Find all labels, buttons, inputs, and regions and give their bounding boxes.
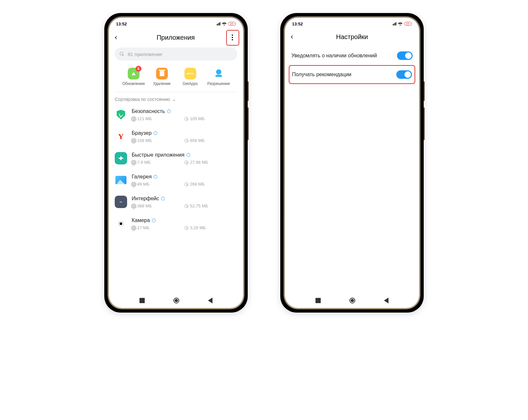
setting-notify-updates[interactable]: Уведомлять о наличии обновлений: [291, 46, 413, 65]
clock-icon: [184, 226, 188, 230]
nav-bar: [285, 293, 419, 308]
screen-left: 13:52 16 ‹ Приложения 81 приложение: [109, 18, 243, 308]
nav-recent-button[interactable]: [139, 298, 145, 303]
list-item[interactable]: Галерея 49 МБ 269 МБ: [115, 169, 237, 191]
status-time: 13:52: [292, 21, 303, 26]
svg-line-1: [123, 55, 124, 56]
svg-point-2: [216, 69, 221, 75]
getapps-icon: APPS: [184, 68, 196, 79]
app-icon-browser: Y: [115, 130, 127, 143]
action-chips: 5 Обновления Удаление APPS GetApps Разр: [115, 65, 237, 92]
search-input[interactable]: 81 приложение: [115, 48, 237, 61]
header: ‹ Настройки: [285, 28, 419, 44]
chevron-down-icon: ⌄: [172, 97, 176, 102]
spacer: [285, 87, 419, 293]
storage-icon: [132, 226, 136, 230]
permissions-icon: [213, 68, 225, 79]
wifi-icon: [398, 22, 403, 26]
chip-updates[interactable]: 5 Обновления: [121, 68, 147, 86]
nav-back-button[interactable]: [384, 298, 389, 303]
battery-icon: 15: [404, 22, 412, 26]
sort-label: Сортировка по состоянию: [115, 97, 170, 102]
list-item[interactable]: Камера 17 МБ 3,26 МБ: [115, 213, 237, 235]
back-button[interactable]: ‹: [115, 33, 124, 42]
storage-icon: [132, 182, 136, 186]
nav-recent-button[interactable]: [315, 298, 321, 303]
clock-icon: [184, 204, 188, 208]
list-item[interactable]: Y Браузер 156 МБ 656 МБ: [115, 126, 237, 147]
app-list: Безопасность 121 МБ 105 МБ Y Браузер 156…: [109, 104, 243, 293]
storage-icon: [132, 161, 136, 164]
svg-point-0: [120, 52, 123, 55]
clock-icon: [184, 161, 188, 164]
sort-dropdown[interactable]: Сортировка по состоянию ⌄: [109, 92, 243, 104]
clock-icon: [184, 117, 188, 121]
battery-icon: 16: [228, 22, 236, 26]
loading-icon: [186, 153, 190, 157]
chip-label: Удаление: [153, 81, 170, 86]
phone-left: 13:52 16 ‹ Приложения 81 приложение: [104, 13, 248, 313]
status-time: 13:52: [116, 21, 127, 26]
chip-label: Разрешения: [207, 81, 230, 86]
svg-rect-3: [215, 75, 222, 77]
settings-list: Уведомлять о наличии обновлений Получать…: [285, 44, 419, 87]
clock-icon: [184, 139, 188, 143]
list-item[interactable]: Быстрые приложения 7,9 МБ 27,98 МБ: [115, 147, 237, 169]
chip-permissions[interactable]: Разрешения: [206, 68, 232, 86]
clock-icon: [184, 182, 188, 186]
loading-icon: [154, 131, 157, 135]
status-right: 15: [393, 22, 412, 26]
list-item[interactable]: Безопасность 121 МБ 105 МБ: [115, 104, 237, 126]
storage-icon: [132, 204, 136, 208]
signal-icon: [217, 22, 220, 25]
bezel: 13:52 16 ‹ Приложения 81 приложение: [108, 16, 244, 309]
chip-uninstall[interactable]: Удаление: [149, 68, 175, 86]
setting-recommendations[interactable]: Получать рекомендации: [289, 65, 415, 84]
status-bar: 13:52 15: [285, 18, 419, 28]
page-title: Приложения: [124, 34, 227, 41]
signal-icon: [393, 22, 396, 25]
wifi-icon: [222, 22, 227, 26]
chip-getapps[interactable]: APPS GetApps: [177, 68, 203, 86]
chip-label: GetApps: [183, 81, 198, 86]
setting-label: Получать рекомендации: [292, 71, 396, 78]
app-icon-gallery: [115, 174, 127, 186]
nav-home-button[interactable]: [173, 298, 179, 303]
back-button[interactable]: ‹: [291, 33, 300, 41]
status-bar: 13:52 16: [109, 18, 243, 28]
storage-icon: [132, 117, 136, 121]
toggle-switch[interactable]: [396, 70, 412, 79]
search-placeholder: 81 приложение: [128, 51, 162, 57]
annotation-highlight: [226, 30, 239, 46]
trash-icon: [156, 68, 168, 79]
loading-icon: [161, 197, 165, 201]
status-right: 16: [217, 22, 236, 26]
header: ‹ Приложения: [109, 28, 243, 45]
app-icon-camera: [115, 217, 127, 230]
app-icon-security: [115, 108, 127, 121]
toggle-switch[interactable]: [397, 51, 413, 60]
app-icon-interface: ✂: [115, 196, 127, 208]
app-icon-quickapps: [115, 152, 127, 164]
update-icon: 5: [128, 68, 139, 79]
search-icon: [119, 51, 125, 57]
storage-icon: [132, 139, 136, 143]
nav-home-button[interactable]: [349, 298, 355, 303]
page-title: Настройки: [300, 33, 404, 41]
nav-back-button[interactable]: [208, 298, 213, 303]
list-item[interactable]: ✂ Интерфейс 368 МБ 52,75 МБ: [115, 191, 237, 213]
bezel: 13:52 15 ‹ Настройки Уведомлять о наличи…: [284, 16, 420, 309]
loading-icon: [167, 109, 171, 113]
loading-icon: [152, 218, 156, 222]
setting-label: Уведомлять о наличии обновлений: [291, 52, 397, 59]
screen-right: 13:52 15 ‹ Настройки Уведомлять о наличи…: [285, 18, 419, 308]
loading-icon: [154, 175, 157, 179]
nav-bar: [109, 293, 243, 308]
phone-right: 13:52 15 ‹ Настройки Уведомлять о наличи…: [280, 13, 424, 313]
chip-label: Обновления: [122, 81, 145, 86]
update-badge: 5: [136, 66, 141, 72]
